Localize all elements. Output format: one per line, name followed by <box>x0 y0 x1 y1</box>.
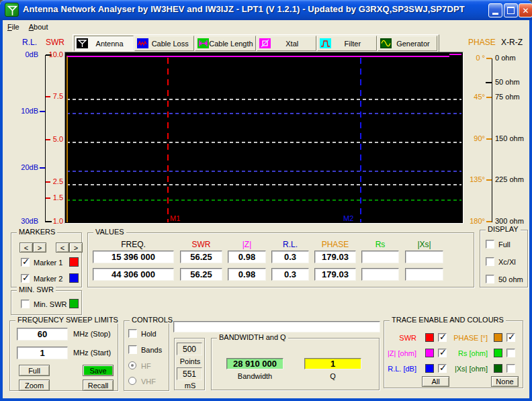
marker2-xs-value <box>405 268 443 281</box>
sweep-plot-area[interactable]: M1 M2 <box>64 52 463 224</box>
marker1-next-button[interactable]: > <box>33 242 46 253</box>
marker1-freq-value: 15 396 000 <box>93 251 174 263</box>
rl-tick: 20dB <box>14 163 38 171</box>
filter-icon <box>320 38 331 48</box>
trace-swr-label: SWR <box>384 334 416 342</box>
display-full-checkbox[interactable] <box>486 240 494 249</box>
gridline-swr-5-0 <box>66 142 461 143</box>
generator-mode-button[interactable]: Generator <box>378 36 437 51</box>
cable-length-mode-button[interactable]: Cable Length <box>195 36 255 51</box>
window-border-right <box>529 20 532 401</box>
menu-file[interactable]: File <box>3 21 24 32</box>
cable-loss-mode-button[interactable]: Cable Loss <box>134 36 194 51</box>
xrz-axis-title: X-R-Z <box>501 38 523 47</box>
trace-rs-swatch[interactable] <box>494 349 502 357</box>
trace-z-swatch[interactable] <box>425 349 434 357</box>
freq-header: FREQ. <box>93 240 174 249</box>
stop-frequency-label: MHz (Stop) <box>73 330 111 338</box>
save-button[interactable]: Save <box>83 365 114 376</box>
window-border-left <box>0 20 3 401</box>
ms-value: 551 <box>177 367 202 380</box>
ohm-tick: 225 ohm <box>495 175 524 183</box>
gridline-swr-1-5 <box>66 199 461 201</box>
trace-rl-label: R.L. [dB] <box>384 365 416 373</box>
phase-tick-mark <box>486 179 492 181</box>
trace-enable-title: TRACE ENABLE AND COLOURS <box>390 316 506 324</box>
trace-xs-label: |Xs| [ohm] <box>445 365 488 373</box>
phase-tick: 90° <box>465 134 485 142</box>
trace-rs-checkbox[interactable] <box>506 349 515 357</box>
generator-icon <box>380 38 392 48</box>
trace-xs-checkbox[interactable] <box>506 364 515 373</box>
min-swr-group: MIN. SWR Min. SWR <box>11 290 82 315</box>
z-header: |Z| <box>228 240 266 249</box>
display-50ohm-checkbox[interactable] <box>486 275 494 283</box>
ohm-tick: 300 ohm <box>495 217 524 225</box>
q-label: Q <box>304 372 361 380</box>
min-swr-color-swatch[interactable] <box>69 299 79 308</box>
trace-all-button[interactable]: All <box>422 376 449 387</box>
antenna-icon <box>77 38 88 48</box>
rl-axis-title: R.L. <box>22 38 37 47</box>
display-group: DISPLAY Full Xc/Xl 50 ohm <box>480 230 528 287</box>
menu-about[interactable]: About <box>24 21 53 32</box>
marker1-checkbox[interactable] <box>21 258 30 267</box>
rs-header: Rs <box>361 240 399 249</box>
trace-none-button[interactable]: None <box>491 376 519 387</box>
trace-z-label: |Z| [ohm] <box>384 349 416 357</box>
swr-axis-title: SWR <box>46 38 64 47</box>
app-icon <box>5 3 19 17</box>
marker1-color-swatch[interactable] <box>69 257 79 267</box>
marker2-color-swatch[interactable] <box>69 273 79 283</box>
trace-swr-swatch[interactable] <box>425 333 434 342</box>
rl-header: R.L. <box>271 240 309 249</box>
trace-xs-swatch[interactable] <box>494 364 502 373</box>
bands-checkbox[interactable] <box>128 345 137 354</box>
marker2-prev-button[interactable]: < <box>56 242 69 253</box>
antenna-mode-button[interactable]: Antenna <box>74 36 134 51</box>
trace-rl-swatch[interactable] <box>425 364 434 373</box>
app-window: Antenna Network Analyser by IW3HEV and I… <box>0 0 532 401</box>
gridline-rl-10db <box>66 113 461 114</box>
start-frequency-input[interactable]: 1 <box>17 347 68 359</box>
swr-tick: 1.0 <box>47 217 63 225</box>
trace-phase-swatch[interactable] <box>494 333 502 342</box>
points-label: Points <box>175 357 206 365</box>
right-axis-line <box>492 58 492 222</box>
hold-checkbox[interactable] <box>128 329 137 338</box>
marker2-checkbox[interactable] <box>21 274 30 283</box>
ohm-tick: 0 ohm <box>495 54 516 62</box>
gridline-swr-2-5 <box>66 184 461 185</box>
marker1-line[interactable] <box>167 58 169 222</box>
message-box[interactable] <box>173 321 380 332</box>
z-trace <box>66 56 449 57</box>
min-swr-label: Min. SWR <box>34 300 67 308</box>
marker2-swr-value: 56.25 <box>180 268 222 281</box>
stop-frequency-input[interactable]: 60 <box>17 328 68 341</box>
close-button[interactable] <box>519 3 532 17</box>
trace-enable-group: TRACE ENABLE AND COLOURS SWR PHASE [°] |… <box>384 320 523 388</box>
xtal-mode-button[interactable]: Xtal <box>257 36 316 51</box>
marker1-xs-value <box>405 251 443 263</box>
marker2-line[interactable] <box>360 58 361 222</box>
marker2-phase-value: 179.03 <box>314 268 356 281</box>
min-swr-checkbox[interactable] <box>21 300 30 308</box>
full-sweep-button[interactable]: Full <box>19 365 50 376</box>
hf-radio[interactable] <box>128 361 136 369</box>
xs-header: |Xs| <box>405 240 443 249</box>
minimize-button[interactable] <box>488 3 502 17</box>
display-group-title: DISPLAY <box>486 225 521 233</box>
vhf-radio[interactable] <box>128 377 136 385</box>
display-xcxl-checkbox[interactable] <box>486 257 494 266</box>
swr-tick-mark <box>46 197 50 199</box>
filter-mode-button[interactable]: Filter <box>317 36 377 51</box>
sweep-limits-group: FREQUENCY SWEEP LIMITS 60 MHz (Stop) 1 M… <box>9 320 118 391</box>
zoom-button[interactable]: Zoom <box>19 380 50 391</box>
window-title: Antenna Network Analyser by IW3HEV and I… <box>23 4 465 14</box>
title-bar[interactable]: Antenna Network Analyser by IW3HEV and I… <box>0 0 532 20</box>
trace-phase-checkbox[interactable] <box>506 333 515 342</box>
marker1-prev-button[interactable]: < <box>19 242 33 253</box>
marker2-next-button[interactable]: > <box>69 242 83 253</box>
recall-button[interactable]: Recall <box>83 380 114 391</box>
maximize-button[interactable] <box>504 3 518 17</box>
